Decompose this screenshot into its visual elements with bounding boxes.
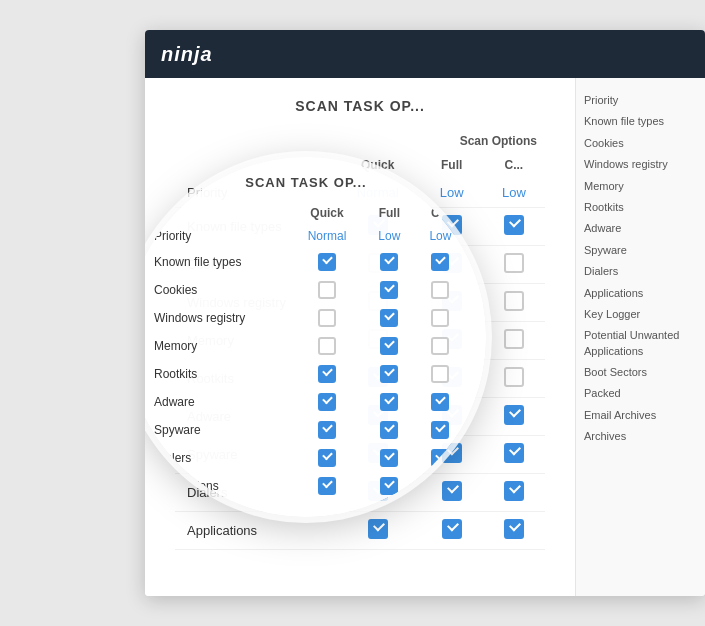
sidebar-item[interactable]: Spyware [584,240,697,261]
priority-normal[interactable]: Normal [357,185,399,200]
col-header-label [175,152,335,178]
sidebar-item[interactable]: Adware [584,218,697,239]
cell-custom[interactable] [483,474,545,512]
row-label: Windows registry [175,284,335,322]
table-row: Windows registry [175,284,545,322]
cell-full[interactable] [421,360,483,398]
checkbox-checked[interactable] [442,481,462,501]
cell-custom[interactable] [483,512,545,550]
priority-low[interactable]: Low [440,185,464,200]
row-label: Adware [175,398,335,436]
checkbox-checked[interactable] [442,443,462,463]
sidebar-item[interactable]: Email Archives [584,405,697,426]
row-label: Spyware [175,436,335,474]
checkbox-checked[interactable] [442,519,462,539]
cell-custom[interactable] [483,208,545,246]
cell-custom[interactable] [483,246,545,284]
checkbox-unchecked[interactable] [504,367,524,387]
cell-full[interactable]: Low [421,178,483,208]
row-label: Applications [175,512,335,550]
cell-full[interactable] [421,284,483,322]
table-row: Spyware [175,436,545,474]
cell-quick[interactable] [335,322,421,360]
sidebar-item[interactable]: Packed [584,383,697,404]
sidebar-item[interactable]: Potential Unwanted Applications [584,325,697,362]
priority-low[interactable]: Low [502,185,526,200]
checkbox-unchecked[interactable] [504,291,524,311]
table-row: PriorityNormalLowLow [175,178,545,208]
checkbox-checked[interactable] [368,443,388,463]
cell-full[interactable] [421,436,483,474]
cell-quick[interactable] [335,398,421,436]
col-header-quick: Quick [335,152,421,178]
cell-quick[interactable] [335,360,421,398]
table-row: Adware [175,398,545,436]
checkbox-checked[interactable] [442,215,462,235]
checkbox-unchecked[interactable] [368,329,388,349]
checkbox-checked[interactable] [368,481,388,501]
panel-title: SCAN TASK OP... [175,98,545,114]
table-row: Memory [175,322,545,360]
table-row: Applications [175,512,545,550]
checkbox-checked[interactable] [442,367,462,387]
sidebar-item[interactable]: Archives [584,426,697,447]
cell-quick[interactable] [335,436,421,474]
checkbox-unchecked[interactable] [504,253,524,273]
sidebar-item[interactable]: Boot Sectors [584,362,697,383]
cell-custom[interactable] [483,436,545,474]
cell-custom[interactable] [483,360,545,398]
checkbox-checked[interactable] [504,405,524,425]
checkbox-partial[interactable] [504,443,524,463]
table-row: Cookies [175,246,545,284]
content-area: SCAN TASK OP... Scan Options Quick Full … [145,78,705,596]
cell-full[interactable] [421,208,483,246]
cell-full[interactable] [421,512,483,550]
sidebar-item[interactable]: Priority [584,90,697,111]
cell-quick[interactable] [335,208,421,246]
sidebar-item[interactable]: Key Logger [584,304,697,325]
right-sidebar: PriorityKnown file typesCookiesWindows r… [575,78,705,596]
checkbox-checked[interactable] [442,405,462,425]
cell-quick[interactable] [335,246,421,284]
cell-quick[interactable] [335,284,421,322]
sidebar-item[interactable]: Cookies [584,133,697,154]
main-panel: SCAN TASK OP... Scan Options Quick Full … [145,78,575,596]
sidebar-item[interactable]: Known file types [584,111,697,132]
cell-full[interactable] [421,398,483,436]
sidebar-item[interactable]: Dialers [584,261,697,282]
checkbox-checked[interactable] [504,519,524,539]
scan-options-label: Scan Options [175,134,545,148]
checkbox-checked[interactable] [504,481,524,501]
checkbox-unchecked[interactable] [368,291,388,311]
checkbox-checked[interactable] [368,519,388,539]
cell-full[interactable] [421,474,483,512]
sidebar-item[interactable]: Rootkits [584,197,697,218]
cell-full[interactable] [421,322,483,360]
cell-quick[interactable] [335,512,421,550]
cell-custom[interactable] [483,398,545,436]
sidebar-item[interactable]: Memory [584,176,697,197]
row-label: Dialers [175,474,335,512]
row-label: Known file types [175,208,335,246]
checkbox-unchecked[interactable] [504,329,524,349]
checkbox-unchecked[interactable] [368,253,388,273]
checkbox-checked[interactable] [442,253,462,273]
checkbox-checked[interactable] [368,367,388,387]
navbar-logo: ninja [161,43,213,66]
cell-custom[interactable] [483,322,545,360]
checkbox-checked[interactable] [368,405,388,425]
checkbox-checked[interactable] [442,329,462,349]
checkbox-checked[interactable] [504,215,524,235]
cell-full[interactable] [421,246,483,284]
sidebar-item[interactable]: Applications [584,283,697,304]
cell-custom[interactable]: Low [483,178,545,208]
checkbox-checked[interactable] [368,215,388,235]
table-row: Known file types [175,208,545,246]
scan-table: Quick Full C... PriorityNormalLowLowKnow… [175,152,545,550]
navbar: ninja [145,30,705,78]
cell-custom[interactable] [483,284,545,322]
cell-quick[interactable]: Normal [335,178,421,208]
cell-quick[interactable] [335,474,421,512]
checkbox-checked[interactable] [442,291,462,311]
sidebar-item[interactable]: Windows registry [584,154,697,175]
